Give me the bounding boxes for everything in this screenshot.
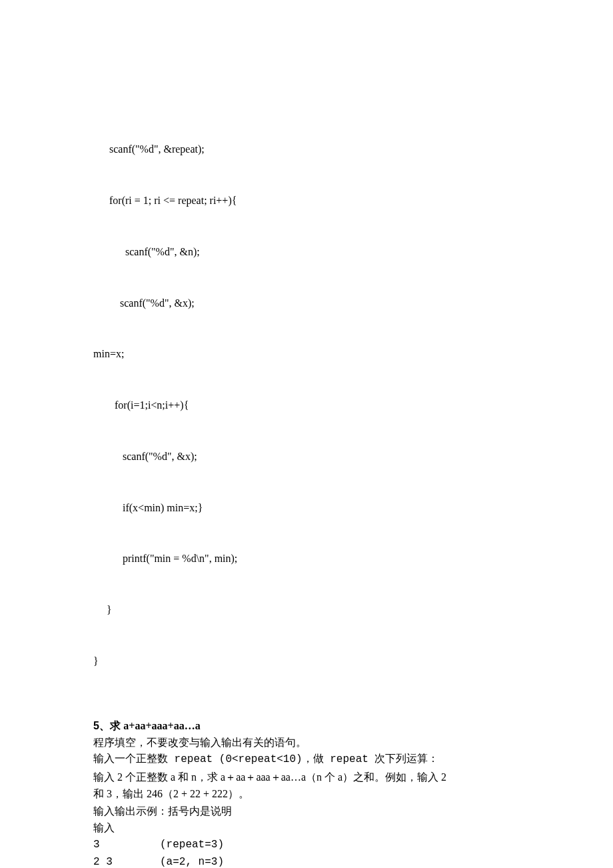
code-line: scanf("%d", &x);: [93, 448, 520, 465]
heading-number: 5、求: [93, 720, 123, 731]
input-comment: (a=2, n=3): [160, 856, 224, 868]
code-line: }: [93, 653, 520, 670]
code-line: for(i=1;i<n;i++){: [93, 397, 520, 414]
document-page: scanf("%d", &repeat); for(ri = 1; ri <= …: [0, 0, 613, 868]
code-line: scanf("%d", &repeat);: [93, 141, 520, 158]
input-row: 3(repeat=3): [93, 837, 520, 854]
section-heading-5: 5、求 a+aa+aaa+aa…a: [93, 717, 520, 735]
desc-line: 输入一个正整数 repeat (0<repeat<10)，做 repeat 次下…: [93, 751, 520, 769]
heading-formula: a+aa+aaa+aa…a: [123, 720, 200, 731]
code-line: min=x;: [93, 345, 520, 363]
desc-line: 和 3，输出 246（2 + 22 + 222）。: [93, 785, 520, 803]
code-block-1: scanf("%d", &repeat); for(ri = 1; ri <= …: [93, 107, 520, 704]
code-line: for(ri = 1; ri <= repeat; ri++){: [93, 192, 520, 209]
desc-line: 输入输出示例：括号内是说明: [93, 803, 520, 820]
input-comment: (repeat=3): [160, 839, 224, 851]
code-line: scanf("%d", &n);: [93, 243, 520, 261]
code-line: printf("min = %d\n", min);: [93, 550, 520, 567]
input-value: 3: [93, 837, 160, 854]
code-line: scanf("%d", &x);: [93, 295, 520, 312]
problem-description: 程序填空，不要改变与输入输出有关的语句。 输入一个正整数 repeat (0<r…: [93, 734, 520, 868]
input-value: 2 3: [93, 854, 160, 868]
desc-line: 程序填空，不要改变与输入输出有关的语句。: [93, 734, 520, 751]
input-row: 2 3(a=2, n=3): [93, 854, 520, 868]
desc-line: 输入 2 个正整数 a 和 n，求 a＋aa＋aaa＋aa…a（n 个 a）之和…: [93, 769, 520, 786]
code-line: }: [93, 601, 520, 619]
input-label: 输入: [93, 819, 520, 837]
code-line: if(x<min) min=x;}: [93, 499, 520, 517]
